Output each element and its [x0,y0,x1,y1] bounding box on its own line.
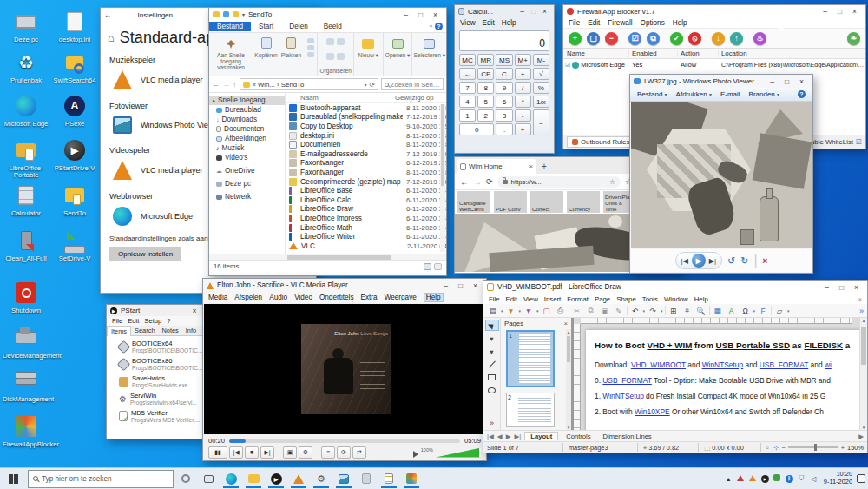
key-decimal[interactable]: . [496,123,512,135]
new-icon[interactable]: ▤ [487,306,499,316]
tray-play-icon[interactable]: ▶ [760,474,771,483]
taskbar-photoviewer[interactable] [333,469,354,488]
tab-dimension-lines[interactable]: Dimension Lines [599,433,656,440]
address-field[interactable]: « Win... › SendTo ▾ ⟳ [240,78,379,90]
menu-help[interactable]: ? [167,317,170,325]
menu-edit[interactable]: Edit [483,19,495,27]
table-row[interactable]: Faxontvanger8-11-2020 13:17 [286,168,446,177]
taskbar-edge[interactable] [220,469,241,488]
refresh-icon[interactable]: ⟳ [486,177,493,186]
menu-edit[interactable]: Edit [128,317,139,325]
menu-window[interactable]: Window [664,295,688,303]
up-icon[interactable]: ↑ [233,80,237,89]
pages-scrollbar[interactable]: ▴ ▾ [566,329,571,430]
document-close-icon[interactable]: × [858,295,862,303]
link[interactable]: WinNTSetup [702,360,743,369]
table-row[interactable]: LibreOffice Math6-11-2020 14:23 [286,223,446,233]
close-button[interactable]: × [847,5,862,17]
table-row[interactable]: LibreOffice Base6-11-2020 14:17 [286,186,446,195]
stop-button[interactable]: ■ [245,446,259,459]
key-7[interactable]: 7 [459,82,476,94]
column-enabled[interactable]: Enabled [629,50,678,57]
table-row[interactable]: desktop.ini8-11-2020 13:18 [286,131,446,141]
maximize-button[interactable]: □ [413,9,428,21]
key-8[interactable]: 8 [477,82,494,94]
task-view-button[interactable] [198,469,219,488]
key-1[interactable]: 1 [459,109,476,122]
taskbar-calculator[interactable] [356,469,377,488]
table-row[interactable]: LibreOffice Writer6-11-2020 14:19 [286,232,446,241]
zoom-icon[interactable]: 🔍 [695,306,707,316]
minimize-button[interactable]: – [438,280,453,292]
key-mminus[interactable]: M- [533,54,549,66]
minimize-button[interactable]: – [819,281,834,294]
maximize-button[interactable]: □ [528,5,539,17]
allow-icon[interactable]: ✓ [670,32,683,45]
draw-vscrollbar[interactable]: ▴ ▾ [859,318,867,430]
key-mplus[interactable]: M+ [515,54,531,66]
fit-page-icon[interactable]: ⊹ [773,444,779,452]
pstart-titlebar[interactable]: ▶ PStart × [107,305,203,316]
undo-icon[interactable]: ↶ [629,306,641,316]
zoom-slider[interactable] [788,446,838,448]
vertical-scrollbar[interactable] [440,104,445,252]
tab-info[interactable]: Info [182,327,200,334]
nav-netwerk[interactable]: Netwerk [209,192,285,202]
tab-search[interactable]: Search [131,327,158,334]
link[interactable]: wi [825,360,832,369]
close-button[interactable]: × [428,9,443,21]
menu-branden[interactable]: Branden ▾ [749,90,780,98]
close-button[interactable]: × [468,280,483,292]
key-5[interactable]: 5 [477,96,494,108]
photoviewer-titlebar[interactable]: LW327.jpg - Windows Photo Viewer – □ × [630,75,812,88]
checkbox-checked-icon[interactable]: ☑ [565,62,570,69]
grid-icon[interactable]: ⊞ [667,306,680,316]
desktop-icon-libreoffice-portable[interactable]: LibreOffice-Portable [3,137,49,180]
table-row[interactable]: Copy to Desktop9-10-2020 12:31 [286,122,446,131]
menu-format[interactable]: Format [567,295,589,303]
list-item[interactable]: ⚙ ServiWinProgs\serviwin-x64\servi... [119,392,203,406]
cut-icon[interactable]: ✂ [571,306,583,316]
menu-help[interactable]: Help [694,295,708,303]
menu-shape[interactable]: Shape [616,295,636,303]
volume-control[interactable]: 100% [413,447,481,458]
text-box-icon[interactable]: A [726,306,738,316]
paste-button[interactable]: Plakken [279,33,304,76]
firewall-titlebar[interactable]: Firewall App Blocker v1.7 – □ × [563,5,865,17]
table-row[interactable]: LibreOffice Calc6-11-2020 14:17 [286,195,446,205]
menu-afdrukken[interactable]: Afdrukken ▾ [676,90,712,98]
nav-videos[interactable]: Video's [209,153,285,162]
menu-firewall[interactable]: Firewall [608,19,632,27]
table-row[interactable]: VLC2-11-2020 04:08 [286,241,446,251]
fullscreen-button[interactable]: ▣ [283,446,297,459]
copy-button[interactable]: Kopiëren [253,33,279,76]
qat-icon[interactable] [223,11,229,17]
maximize-button[interactable]: □ [779,76,794,88]
nav-afbeeldingen[interactable]: Afbeeldingen [209,134,285,143]
line-color-tool[interactable]: ▾ [485,346,499,357]
qat-icon[interactable] [233,11,239,17]
clipboard-small-buttons[interactable] [304,33,317,76]
remove-icon[interactable]: − [605,32,618,45]
desktop-icon-edge[interactable]: Microsoft Edge [3,93,49,128]
menu-view[interactable]: View [523,295,538,303]
key-add[interactable]: + [515,123,531,135]
menu-edit[interactable]: Edit [506,295,517,303]
key-sqrt[interactable]: √ [533,68,549,80]
table-row[interactable]: Faxontvanger6-12-2019 22:48 [286,159,446,169]
tray-bluetooth-icon[interactable]: ᛒ [784,474,795,483]
tile-link[interactable]: Correct [530,191,563,213]
maximize-button[interactable]: □ [832,5,847,17]
move-down-icon[interactable]: ↓ [712,32,725,45]
equalizer-button[interactable]: ⚙ [299,446,312,459]
column-action[interactable]: Action [678,50,719,57]
link[interactable]: WinNTSetup [602,392,643,400]
table-row[interactable]: Gecomprimeerde (gezipte) map7-12-2019 10… [286,177,446,187]
pause-button[interactable]: ▮▮ [208,446,227,459]
menu-afspelen[interactable]: Afspelen [234,294,262,301]
last-page-icon[interactable]: ▶| [515,433,522,440]
tray-snip-icon[interactable] [735,475,746,483]
key-divide[interactable]: / [515,82,531,94]
tile-link[interactable]: CartografieWebCams [457,191,490,213]
new-button[interactable]: Nieuw ▾ [354,33,383,76]
